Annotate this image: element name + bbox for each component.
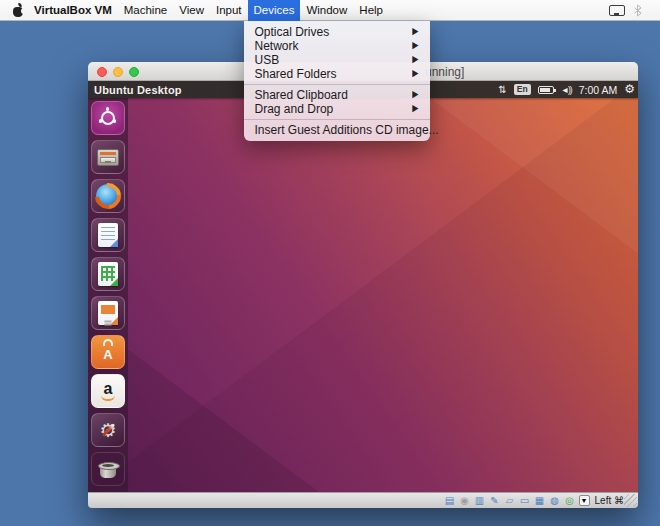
session-gear-icon[interactable]: ⚙ (624, 81, 635, 98)
resize-grip[interactable] (624, 494, 637, 507)
menu-item-label: Shared Folders (255, 67, 337, 81)
volume-icon[interactable]: ◄)) (561, 85, 572, 95)
menu-devices-label: Devices (254, 4, 295, 16)
menu-item-drag-and-drop[interactable]: Drag and Drop ▶ (244, 102, 430, 116)
launcher-item-amazon[interactable]: a (91, 374, 125, 408)
menu-devices[interactable]: Devices Optical Drives ▶ Network ▶ USB ▶… (248, 0, 301, 21)
menu-machine[interactable]: Machine (118, 0, 173, 21)
menu-item-shared-folders[interactable]: Shared Folders ▶ (244, 67, 430, 81)
libreoffice-calc-icon (98, 262, 118, 286)
launcher-item-trash[interactable] (91, 452, 125, 486)
menu-separator (244, 84, 430, 85)
launcher-item-ubuntu-software-center[interactable]: A (91, 335, 125, 369)
submenu-arrow-icon: ▶ (412, 100, 418, 116)
host-key-indicator: Left ⌘ (595, 495, 624, 506)
minimize-button[interactable] (113, 67, 123, 77)
bluetooth-icon[interactable] (634, 4, 642, 17)
keyboard-layout-indicator[interactable]: En (514, 84, 531, 95)
menu-item-insert-guest-additions[interactable]: Insert Guest Additions CD image... (244, 123, 430, 137)
submenu-arrow-icon: ▶ (412, 65, 418, 81)
clock[interactable]: 7:00 AM (579, 84, 618, 96)
video-capture-icon[interactable]: ▦ (534, 496, 546, 506)
menu-item-label: Drag and Drop (255, 102, 334, 116)
display-icon[interactable] (609, 5, 625, 16)
firefox-icon (96, 184, 120, 208)
unity-launcher: A a ⚙ (88, 98, 128, 492)
network-indicator-icon[interactable]: ⇅ (498, 81, 506, 98)
display-icon[interactable]: ▭ (519, 496, 531, 506)
menu-item-shared-clipboard[interactable]: Shared Clipboard ▶ (244, 88, 430, 102)
panel-app-title: Ubuntu Desktop (88, 84, 182, 96)
launcher-item-firefox[interactable] (91, 179, 125, 213)
menu-item-network[interactable]: Network ▶ (244, 39, 430, 53)
launcher-item-system-settings[interactable]: ⚙ (91, 413, 125, 447)
network-icon[interactable]: ▥ (474, 496, 486, 506)
screen: VirtualBox VM Machine View Input Devices… (0, 0, 660, 526)
menu-separator (244, 119, 430, 120)
menu-item-label: Shared Clipboard (255, 88, 348, 102)
libreoffice-impress-icon (98, 301, 118, 325)
amazon-icon: a (104, 383, 113, 396)
libreoffice-writer-icon (98, 223, 118, 247)
menu-item-label: USB (255, 53, 280, 67)
apple-menu-icon[interactable] (12, 4, 24, 17)
launcher-item-libreoffice-impress[interactable] (91, 296, 125, 330)
devices-dropdown-menu: Optical Drives ▶ Network ▶ USB ▶ Shared … (244, 21, 430, 141)
menu-virtualbox-vm[interactable]: VirtualBox VM (28, 0, 118, 21)
launcher-item-libreoffice-calc[interactable] (91, 257, 125, 291)
launcher-item-files[interactable] (91, 140, 125, 174)
menu-item-usb[interactable]: USB ▶ (244, 53, 430, 67)
menu-item-optical-drives[interactable]: Optical Drives ▶ (244, 25, 430, 39)
keyboard-status-icon[interactable]: ▼ (579, 495, 590, 506)
zoom-button[interactable] (129, 67, 139, 77)
ubuntu-wallpaper (88, 81, 638, 492)
hard-disks-icon[interactable]: ▤ (444, 496, 456, 506)
menu-item-label: Network (255, 39, 299, 53)
menu-view[interactable]: View (173, 0, 210, 21)
menu-input[interactable]: Input (210, 0, 248, 21)
optical-drives-icon[interactable]: ◉ (459, 496, 471, 506)
trash-icon (100, 465, 116, 478)
vm-status-bar: ▤ ◉ ▥ ✎ ▱ ▭ ▦ ◍ ◎ ▼ Left ⌘ (88, 492, 638, 508)
menu-item-label: Insert Guest Additions CD image... (255, 123, 439, 137)
launcher-item-libreoffice-writer[interactable] (91, 218, 125, 252)
files-icon (97, 149, 119, 166)
close-button[interactable] (97, 67, 107, 77)
software-center-icon: A (103, 347, 112, 362)
status-extra-icon[interactable]: ◎ (564, 496, 576, 506)
menu-item-label: Optical Drives (255, 25, 330, 39)
bag-handle-icon (103, 339, 113, 346)
battery-icon[interactable] (538, 86, 554, 94)
ubuntu-logo-icon (101, 111, 115, 125)
usb-icon[interactable]: ✎ (489, 496, 501, 506)
vm-window-title: unning] (425, 65, 464, 79)
launcher-item-dash-home[interactable] (91, 101, 125, 135)
guest-screen: Ubuntu Desktop ⇅ En ◄)) 7:00 AM ⚙ (88, 81, 638, 492)
macos-menu-bar: VirtualBox VM Machine View Input Devices… (0, 0, 660, 21)
features-icon[interactable]: ◍ (549, 496, 561, 506)
shared-folders-icon[interactable]: ▱ (504, 496, 516, 506)
menu-help[interactable]: Help (353, 0, 389, 21)
menu-window[interactable]: Window (300, 0, 353, 21)
amazon-smile-icon (101, 395, 115, 401)
